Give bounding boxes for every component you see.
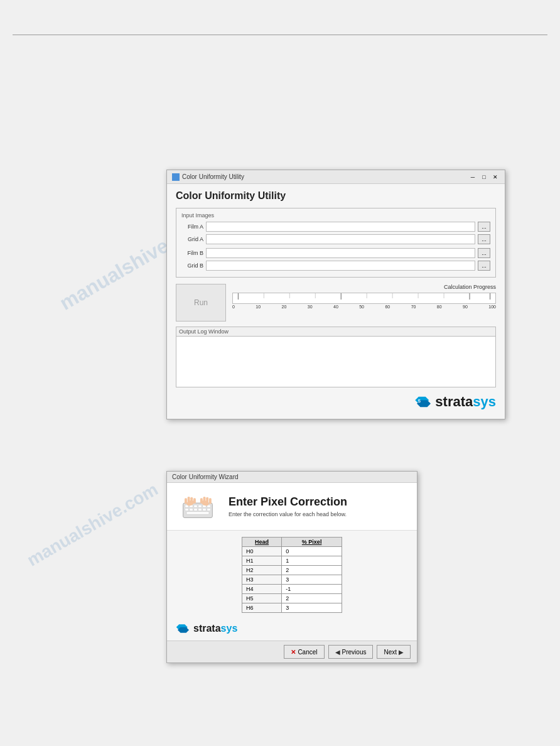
pixel-head-cell: H6	[242, 603, 282, 613]
pixel-value-cell[interactable]	[282, 547, 342, 556]
pixel-table-row: H3	[242, 575, 342, 585]
next-icon: ▶	[399, 649, 404, 656]
grid-b-input[interactable]	[206, 261, 475, 271]
pixel-value-input[interactable]	[286, 595, 311, 602]
svg-rect-25	[203, 509, 206, 511]
grid-a-input[interactable]	[206, 234, 475, 244]
output-log-legend: Output Log Window	[176, 327, 495, 337]
wizard-logo-area: stratasys	[167, 619, 417, 641]
pixel-value-input[interactable]	[286, 586, 311, 592]
svg-rect-22	[190, 509, 193, 511]
pixel-value-input[interactable]	[286, 605, 311, 611]
top-rule	[13, 35, 547, 35]
stratasys-logo: S stratasys	[415, 394, 496, 410]
pixel-head-cell: H4	[242, 585, 282, 594]
pixel-head-cell: H2	[242, 566, 282, 575]
wizard-titlebar: Color Uniformity Wizard	[167, 472, 417, 483]
pixel-value-cell[interactable]	[282, 585, 342, 594]
utility-titlebar-left: Color Uniformity Utility	[172, 173, 244, 181]
run-section: Run Calculation Progress	[176, 284, 496, 322]
pixel-table-row: H4	[242, 585, 342, 594]
grid-b-row: Grid B ...	[181, 261, 490, 271]
stratasys-icon: S	[415, 395, 433, 409]
minimize-button[interactable]: ─	[468, 173, 477, 181]
wizard-heading: Enter Pixel Correction	[229, 495, 347, 509]
svg-rect-21	[185, 509, 188, 511]
wizard-brand: stratasys	[193, 623, 237, 634]
next-button[interactable]: Next ▶	[377, 645, 411, 659]
pixel-table-row: H1	[242, 556, 342, 566]
utility-titlebar: Color Uniformity Utility ─ □ ✕	[167, 170, 505, 184]
pixel-head-cell: H0	[242, 547, 282, 556]
svg-rect-36	[206, 497, 208, 503]
film-a-input[interactable]	[206, 222, 475, 232]
svg-rect-18	[198, 505, 202, 507]
svg-rect-29	[185, 498, 187, 504]
maximize-button[interactable]: □	[480, 173, 488, 181]
svg-rect-37	[209, 498, 212, 504]
pixel-value-cell[interactable]	[282, 603, 342, 613]
next-label: Next	[384, 649, 397, 656]
pixel-value-cell[interactable]	[282, 566, 342, 575]
input-images-legend: Input Images	[181, 212, 490, 219]
svg-text:S: S	[418, 399, 421, 403]
pixel-head-cell: H3	[242, 575, 282, 585]
output-log-group: Output Log Window	[176, 327, 496, 387]
svg-rect-31	[190, 497, 193, 503]
cancel-icon: ✕	[291, 649, 296, 656]
svg-rect-26	[207, 509, 210, 511]
cancel-button[interactable]: ✕ Cancel	[284, 645, 324, 659]
progress-ruler-container: 010203040 5060708090100	[232, 293, 496, 309]
grid-b-label: Grid B	[181, 262, 203, 269]
progress-label: Calculation Progress	[232, 284, 496, 290]
ruler-svg	[233, 293, 495, 304]
grid-b-browse[interactable]: ...	[478, 261, 490, 271]
pixel-correction-table: Head % Pixel H0H1H2H3H4H5H6	[242, 537, 342, 613]
wizard-title: Color Uniformity Wizard	[172, 473, 239, 480]
film-b-label: Film B	[181, 250, 203, 256]
previous-button[interactable]: ◀ Previous	[328, 645, 374, 659]
film-a-row: Film A ...	[181, 222, 490, 232]
pixel-table-row: H5	[242, 594, 342, 603]
svg-rect-27	[186, 512, 209, 514]
utility-window-controls: ─ □ ✕	[468, 173, 500, 181]
close-button[interactable]: ✕	[491, 173, 500, 181]
pixel-table-row: H2	[242, 566, 342, 575]
table-head-header: Head	[242, 538, 282, 547]
svg-rect-35	[203, 497, 206, 503]
pixel-value-input[interactable]	[286, 548, 311, 554]
utility-body: Color Uniformity Utility Input Images Fi…	[167, 184, 505, 419]
progress-section: Calculation Progress	[232, 284, 496, 322]
film-b-browse[interactable]: ...	[478, 248, 490, 258]
pixel-value-input[interactable]	[286, 558, 311, 564]
wizard-header-text: Enter Pixel Correction Enter the correct…	[229, 495, 347, 517]
progress-ruler-bar	[232, 293, 496, 304]
svg-rect-17	[194, 505, 197, 507]
utility-window-title: Color Uniformity Utility	[182, 173, 244, 180]
grid-a-label: Grid A	[181, 236, 203, 242]
input-images-group: Input Images Film A ... Grid A ... Film …	[176, 208, 496, 278]
film-a-browse[interactable]: ...	[478, 222, 490, 232]
pixel-value-input[interactable]	[286, 567, 311, 573]
grid-a-browse[interactable]: ...	[478, 234, 490, 244]
cancel-label: Cancel	[298, 649, 317, 656]
pixel-table-row: H0	[242, 547, 342, 556]
svg-rect-23	[194, 509, 197, 511]
wizard-header: Enter Pixel Correction Enter the correct…	[167, 483, 417, 531]
wizard-stratasys-icon	[176, 623, 191, 634]
previous-label: Previous	[342, 649, 367, 656]
film-b-input[interactable]	[206, 248, 475, 258]
utility-window-icon	[172, 173, 180, 181]
pixel-value-cell[interactable]	[282, 594, 342, 603]
pixel-value-cell[interactable]	[282, 556, 342, 566]
wizard-footer: ✕ Cancel ◀ Previous Next ▶	[167, 641, 417, 662]
output-log-content	[176, 337, 495, 387]
grid-a-row: Grid A ...	[181, 234, 490, 244]
wizard-stratasys-logo: stratasys	[176, 623, 408, 634]
watermark2: manualshive.com	[24, 479, 162, 570]
pixel-value-input[interactable]	[286, 576, 311, 583]
pixel-table-row: H6	[242, 603, 342, 613]
pixel-value-cell[interactable]	[282, 575, 342, 585]
run-button[interactable]: Run	[176, 284, 226, 322]
pixel-head-cell: H5	[242, 594, 282, 603]
